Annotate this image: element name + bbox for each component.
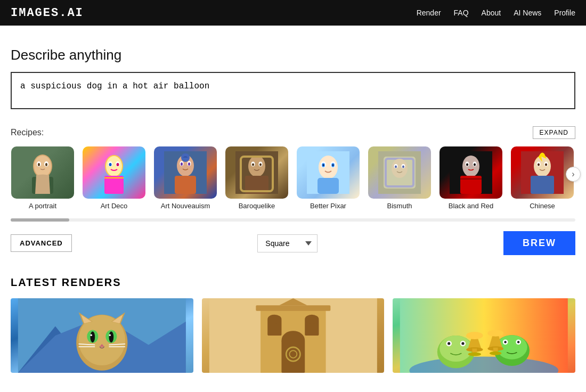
svg-point-114	[468, 353, 482, 356]
scrollbar-track	[11, 218, 575, 222]
svg-point-75	[90, 334, 92, 336]
recipe-baroquelike[interactable]: Baroquelike	[225, 146, 289, 210]
latest-renders-title: LATEST RENDERS	[11, 276, 575, 289]
recipe-bismuth[interactable]: Bismuth	[368, 146, 432, 210]
recipe-artnouveau-label: Art Nouveauism	[161, 202, 210, 210]
svg-point-76	[109, 334, 111, 336]
navbar: IMAGES.AI Render FAQ About AI News Profi…	[0, 0, 586, 26]
svg-point-118	[490, 352, 502, 355]
svg-point-52	[466, 164, 468, 166]
nav-render[interactable]: Render	[417, 9, 441, 17]
recipe-blackred[interactable]: Black and Red	[439, 146, 503, 210]
recipe-pixar[interactable]: Better Pixar	[296, 146, 360, 210]
recipes-scroll-wrap: A portrait	[11, 146, 575, 222]
svg-point-43	[392, 159, 408, 178]
svg-point-19	[181, 162, 183, 166]
recipes-header: Recipes: EXPAND	[11, 126, 575, 139]
recipe-artdeco-label: Art Deco	[101, 202, 128, 210]
brew-button[interactable]: BREW	[503, 231, 575, 255]
svg-point-73	[90, 331, 95, 342]
recipes-label: Recipes:	[11, 128, 44, 137]
recipe-blackred-label: Black and Red	[449, 202, 494, 210]
recipe-artnouveau[interactable]: Art Nouveauism	[153, 146, 217, 210]
svg-point-74	[109, 331, 113, 342]
svg-point-32	[319, 156, 338, 179]
recipe-bismuth-label: Bismuth	[387, 202, 412, 210]
recipe-portrait-label: A portrait	[29, 202, 56, 210]
svg-point-102	[462, 342, 465, 345]
svg-point-12	[109, 163, 112, 166]
scroll-right-arrow[interactable]: ›	[566, 167, 581, 182]
svg-point-28	[259, 164, 262, 166]
render-card-cat[interactable]	[11, 298, 193, 373]
recipe-chinese-label: Chinese	[530, 202, 555, 210]
scrollbar-thumb[interactable]	[11, 218, 69, 222]
svg-point-47	[402, 166, 404, 168]
describe-label: Describe anything	[11, 47, 575, 63]
advanced-button[interactable]: ADVANCED	[11, 234, 72, 252]
svg-point-37	[323, 164, 324, 166]
svg-point-5	[45, 163, 47, 166]
svg-point-24	[248, 156, 265, 177]
nav-about[interactable]: About	[482, 9, 501, 17]
render-card-building[interactable]	[202, 298, 385, 373]
recipe-pixar-label: Better Pixar	[310, 202, 346, 210]
recipes-list: A portrait	[11, 146, 575, 213]
svg-point-110	[517, 341, 519, 343]
svg-point-27	[252, 164, 254, 166]
svg-point-38	[332, 164, 334, 166]
svg-point-20	[188, 162, 190, 166]
svg-point-13	[117, 163, 119, 166]
nav-links: Render FAQ About AI News Profile	[417, 9, 575, 17]
svg-point-60	[545, 164, 547, 166]
recipe-portrait[interactable]: A portrait	[11, 146, 75, 210]
svg-point-111	[466, 332, 483, 339]
svg-point-1	[34, 156, 51, 177]
nav-logo[interactable]: IMAGES.AI	[11, 6, 84, 20]
svg-point-53	[474, 164, 476, 166]
svg-rect-14	[104, 176, 124, 194]
svg-point-59	[538, 164, 540, 166]
render-card-frogs[interactable]	[393, 298, 575, 373]
svg-point-109	[504, 341, 507, 343]
svg-point-101	[447, 342, 450, 345]
renders-grid	[11, 298, 575, 373]
nav-ainews[interactable]: AI News	[514, 9, 541, 17]
svg-rect-90	[256, 305, 330, 311]
svg-point-89	[305, 315, 319, 324]
svg-point-87	[267, 315, 281, 324]
svg-rect-39	[318, 178, 339, 194]
expand-button[interactable]: EXPAND	[533, 126, 575, 139]
svg-rect-21	[175, 176, 196, 194]
main-content: Describe anything a suspicious dog in a …	[0, 26, 586, 383]
svg-point-9	[106, 156, 122, 176]
svg-point-49	[462, 156, 479, 177]
recipe-chinese[interactable]: Chinese	[510, 146, 574, 210]
nav-faq[interactable]: FAQ	[454, 9, 469, 17]
latest-renders-section: LATEST RENDERS	[11, 276, 575, 373]
recipe-artdeco[interactable]: Art Deco	[82, 146, 146, 210]
toolbar: ADVANCED Square Portrait Landscape BREW	[11, 231, 575, 260]
shape-select[interactable]: Square Portrait Landscape	[257, 234, 318, 252]
prompt-input[interactable]: a suspicious dog in a hot air balloon	[11, 72, 575, 109]
svg-point-115	[488, 330, 504, 337]
recipe-baroque-label: Baroquelike	[239, 202, 275, 210]
svg-point-56	[534, 156, 551, 177]
svg-point-46	[395, 166, 397, 168]
svg-point-4	[38, 163, 40, 166]
svg-rect-61	[531, 176, 554, 194]
nav-profile[interactable]: Profile	[554, 9, 575, 17]
